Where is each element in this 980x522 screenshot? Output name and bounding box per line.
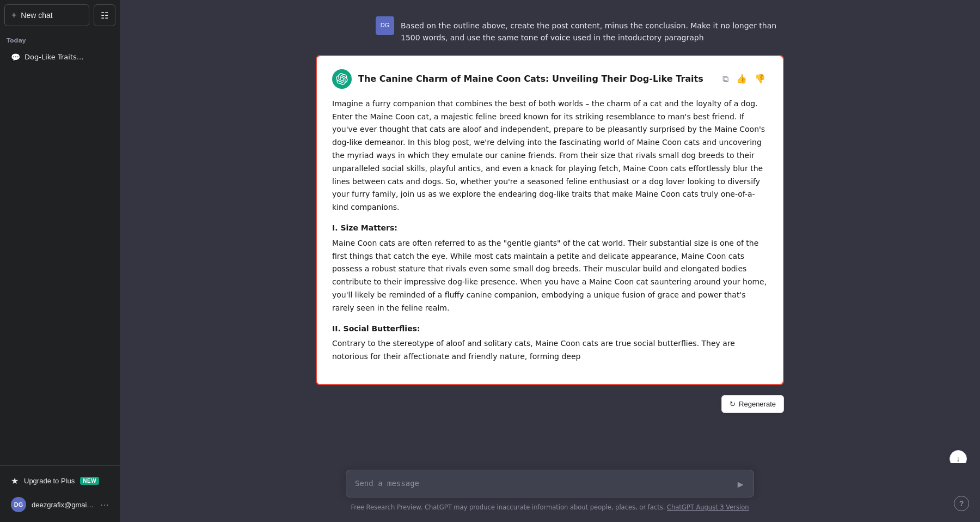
send-button[interactable]: ► bbox=[733, 477, 748, 493]
message-input[interactable] bbox=[346, 470, 754, 497]
avatar-initials: DG bbox=[14, 501, 23, 508]
user-message-avatar: DG bbox=[376, 16, 394, 35]
input-disclaimer: Free Research Preview. ChatGPT may produ… bbox=[346, 503, 754, 511]
ai-response-container: The Canine Charm of Maine Coon Cats: Unv… bbox=[305, 50, 795, 391]
section2-body: Contrary to the stereotype of aloof and … bbox=[332, 337, 768, 363]
user-email: deezgrafix@gmail.com bbox=[32, 501, 95, 509]
avatar: DG bbox=[11, 497, 26, 512]
input-box-wrapper: ► bbox=[346, 470, 754, 499]
ai-response-box: The Canine Charm of Maine Coon Cats: Unv… bbox=[316, 55, 784, 385]
openai-logo bbox=[336, 73, 348, 85]
regenerate-icon: ↻ bbox=[730, 400, 736, 408]
svg-text:DG: DG bbox=[381, 22, 390, 28]
thumbs-up-icon: 👍 bbox=[736, 74, 747, 84]
regenerate-label: Regenerate bbox=[739, 400, 776, 408]
thumbs-down-icon: 👎 bbox=[755, 74, 765, 84]
response-intro: Imagine a furry companion that combines … bbox=[332, 98, 768, 214]
response-title: The Canine Charm of Maine Coon Cats: Unv… bbox=[358, 73, 714, 85]
user-message-container: DG Based on the outline above, create th… bbox=[305, 11, 795, 50]
disclaimer-link[interactable]: ChatGPT August 3 Version bbox=[667, 503, 749, 511]
section-today-label: Today bbox=[0, 31, 120, 47]
new-chat-button[interactable]: + New chat bbox=[4, 4, 89, 26]
disclaimer-text: Free Research Preview. ChatGPT may produ… bbox=[351, 503, 665, 511]
user-message-text: Based on the outline above, create the p… bbox=[401, 16, 784, 44]
new-chat-label: New chat bbox=[21, 11, 52, 20]
sidebar-bottom: ★ Upgrade to Plus NEW DG deezgrafix@gmai… bbox=[0, 465, 120, 522]
ai-response-header: The Canine Charm of Maine Coon Cats: Unv… bbox=[332, 69, 768, 89]
chat-scroll-area: DG Based on the outline above, create th… bbox=[120, 0, 980, 522]
sidebar-toggle-icon: ☷ bbox=[101, 10, 108, 21]
sidebar-top: + New chat ☷ bbox=[0, 0, 120, 31]
section1-body: Maine Coon cats are often referred to as… bbox=[332, 237, 768, 315]
sidebar: + New chat ☷ Today 💬 Dog-Like Traits of … bbox=[0, 0, 120, 522]
user-avatar-icon: DG bbox=[377, 18, 393, 33]
copy-response-button[interactable]: ⧉ bbox=[720, 72, 731, 86]
main-content: DG Based on the outline above, create th… bbox=[120, 0, 980, 522]
sidebar-item-chat-1[interactable]: 💬 Dog-Like Traits of Main ✎ 🗑 bbox=[4, 47, 115, 66]
help-button[interactable]: ? bbox=[954, 496, 969, 511]
section1-header: I. Size Matters: bbox=[332, 222, 768, 235]
chatgpt-icon bbox=[332, 69, 352, 89]
response-actions: ⧉ 👍 👎 bbox=[720, 71, 768, 86]
new-badge: NEW bbox=[80, 477, 99, 485]
thumbs-up-button[interactable]: 👍 bbox=[734, 71, 749, 86]
response-body: Imagine a furry companion that combines … bbox=[332, 98, 768, 363]
upgrade-label: Upgrade to Plus bbox=[24, 477, 75, 485]
user-message-bubble: DG Based on the outline above, create th… bbox=[376, 16, 784, 44]
help-icon: ? bbox=[959, 499, 964, 508]
chat-item-label: Dog-Like Traits of Main bbox=[24, 53, 85, 61]
regenerate-button[interactable]: ↻ Regenerate bbox=[721, 395, 784, 413]
user-row-button[interactable]: DG deezgrafix@gmail.com ⋯ bbox=[4, 491, 115, 518]
chat-bubble-icon: 💬 bbox=[11, 53, 20, 62]
thumbs-down-button[interactable]: 👎 bbox=[752, 71, 768, 86]
delete-chat-button[interactable]: 🗑 bbox=[100, 52, 109, 62]
send-icon: ► bbox=[736, 479, 745, 490]
input-area: ► Free Research Preview. ChatGPT may pro… bbox=[120, 463, 980, 522]
copy-icon: ⧉ bbox=[722, 74, 728, 84]
regenerate-area: ↻ Regenerate bbox=[305, 395, 795, 413]
upgrade-icon: ★ bbox=[11, 476, 19, 486]
edit-chat-button[interactable]: ✎ bbox=[89, 52, 97, 62]
chevron-down-icon: ↓ bbox=[957, 454, 960, 463]
more-options-icon: ⋯ bbox=[100, 500, 109, 510]
upgrade-to-plus-button[interactable]: ★ Upgrade to Plus NEW bbox=[4, 470, 115, 491]
plus-icon: + bbox=[11, 10, 16, 20]
section2-header: II. Social Butterflies: bbox=[332, 323, 768, 336]
sidebar-toggle-button[interactable]: ☷ bbox=[94, 4, 115, 26]
